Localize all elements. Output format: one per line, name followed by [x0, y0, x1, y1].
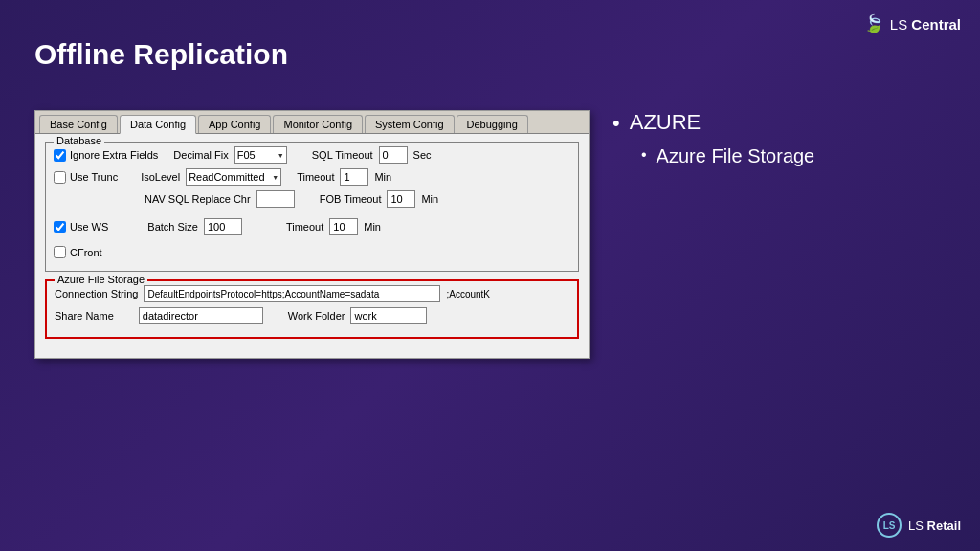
work-folder-label: Work Folder [288, 310, 345, 321]
nav-sql-input[interactable] [256, 190, 295, 208]
sol-timeout-input[interactable] [340, 168, 368, 186]
row-ignore-extra-fields: Ignore Extra Fields Decimal Fix F05 SQL … [54, 146, 570, 164]
sql-timeout-unit: Sec [413, 149, 432, 161]
row-connection-string: Connection String ;AccountK [55, 285, 569, 302]
ws-timeout-label: Timeout [286, 221, 323, 232]
row-cfront: CFront [54, 246, 570, 258]
cfront-checkbox-label[interactable]: CFront [54, 246, 102, 258]
bullet-sub: • Azure File Storage [612, 145, 814, 167]
azure-group-label: Azure File Storage [55, 274, 147, 285]
tab-app-config[interactable]: App Config [198, 115, 271, 133]
ignore-extra-fields-checkbox[interactable] [54, 149, 66, 162]
ls-central-logo: 🍃 LS Central [863, 13, 961, 34]
nav-sql-label: NAV SQL Replace Chr [145, 193, 251, 205]
conn-string-label: Connection String [55, 288, 138, 299]
ls-retail-logo: LS LS Retail [877, 513, 961, 538]
use-ws-checkbox-label[interactable]: Use WS [54, 221, 108, 233]
ws-timeout-input[interactable] [329, 218, 358, 235]
dialog-content: Database Ignore Extra Fields Decimal Fix… [35, 134, 589, 358]
database-group-label: Database [54, 135, 104, 146]
ignore-extra-fields-checkbox-label[interactable]: Ignore Extra Fields [54, 149, 158, 162]
ls-retail-circle-icon: LS [877, 513, 902, 538]
bullet-section: • AZURE • Azure File Storage [612, 110, 814, 167]
use-trunc-checkbox-label[interactable]: Use Trunc [54, 171, 118, 184]
tab-base-config[interactable]: Base Config [39, 115, 118, 133]
row-share-name: Share Name Work Folder [55, 307, 569, 324]
decimal-fix-label: Decimal Fix [173, 149, 228, 161]
azure-file-storage-group: Azure File Storage Connection String ;Ac… [45, 279, 579, 339]
tab-monitor-config[interactable]: Monitor Config [273, 115, 363, 133]
leaf-icon: 🍃 [863, 13, 884, 34]
bullet-main-text: AZURE [630, 110, 702, 135]
fob-timeout-unit: Min [421, 193, 438, 205]
sol-timeout-label: Timeout [297, 171, 334, 183]
sol-timeout-unit: Min [374, 171, 391, 183]
tab-bar: Base Config Data Config App Config Monit… [35, 111, 589, 134]
ws-timeout-unit: Min [364, 221, 381, 232]
tab-debugging[interactable]: Debugging [457, 115, 528, 133]
isolevel-label: IsoLevel [141, 171, 180, 183]
fob-timeout-label: FOB Timeout [320, 193, 382, 205]
bullet-sub-text: Azure File Storage [657, 145, 815, 167]
sql-timeout-input[interactable] [379, 146, 408, 164]
isolevel-select[interactable]: ReadCommitted [186, 168, 281, 186]
row-use-ws: Use WS Batch Size Timeout Min [54, 218, 570, 235]
bullet-main: • AZURE [612, 110, 814, 138]
cfront-checkbox[interactable] [54, 246, 66, 258]
conn-string-suffix: ;AccountK [446, 289, 490, 299]
batch-size-input[interactable] [204, 218, 242, 235]
ls-central-text: LS Central [890, 16, 961, 33]
batch-size-label: Batch Size [147, 221, 198, 232]
decimal-fix-select[interactable]: F05 [234, 146, 287, 164]
conn-string-input[interactable] [144, 285, 440, 302]
share-name-label: Share Name [55, 310, 114, 321]
tab-system-config[interactable]: System Config [365, 115, 455, 133]
tab-data-config[interactable]: Data Config [120, 115, 196, 134]
decimal-fix-select-wrapper[interactable]: F05 [234, 146, 287, 164]
page-title: Offline Replication [34, 38, 288, 71]
bullet-main-dot: • [612, 110, 620, 138]
fob-timeout-input[interactable] [387, 190, 415, 208]
row-use-trunc: Use Trunc IsoLevel ReadCommitted Timeout… [54, 168, 570, 186]
database-group: Database Ignore Extra Fields Decimal Fix… [45, 142, 579, 272]
row-nav-sql: NAV SQL Replace Chr FOB Timeout Min [54, 190, 570, 208]
work-folder-input[interactable] [350, 307, 427, 324]
dialog-window: Base Config Data Config App Config Monit… [34, 110, 590, 359]
share-name-input[interactable] [139, 307, 263, 324]
ls-retail-text: LS Retail [908, 518, 961, 533]
use-trunc-checkbox[interactable] [54, 171, 66, 184]
isolevel-select-wrapper[interactable]: ReadCommitted [186, 168, 281, 186]
bullet-sub-dot: • [641, 145, 647, 165]
sql-timeout-label: SQL Timeout [312, 149, 373, 161]
use-ws-checkbox[interactable] [54, 221, 66, 233]
